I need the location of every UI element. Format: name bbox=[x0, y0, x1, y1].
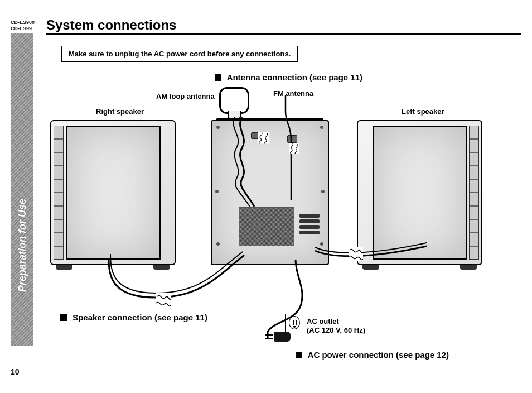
wire-break-icon bbox=[289, 143, 299, 154]
bullet-icon bbox=[296, 352, 302, 358]
main-unit-illustration bbox=[211, 120, 329, 265]
label-ac-line2: (AC 120 V, 60 Hz) bbox=[307, 326, 365, 334]
wire-break-icon bbox=[349, 247, 363, 261]
right-speaker-illustration bbox=[50, 120, 176, 265]
heading-ac: AC power connection (see page 12) bbox=[296, 350, 449, 360]
warning-text: Make sure to unplug the AC power cord be… bbox=[69, 50, 291, 58]
warning-box: Make sure to unplug the AC power cord be… bbox=[61, 46, 298, 62]
manual-page: { "models": { "line1": "CD-ES900", "line… bbox=[0, 0, 532, 393]
ac-outlet-icon bbox=[289, 316, 300, 329]
label-am-loop: AM loop antenna bbox=[156, 92, 215, 100]
label-ac-line1: AC outlet bbox=[307, 317, 339, 325]
page-title: System connections bbox=[46, 17, 176, 33]
sidebar-tab: Preparation for Use bbox=[11, 33, 33, 346]
heading-antenna: Antenna connection (see page 11) bbox=[215, 73, 362, 82]
left-speaker-cable bbox=[315, 243, 427, 262]
sidebar-text: Preparation for Use bbox=[17, 199, 28, 292]
wire-break-icon bbox=[258, 132, 270, 144]
bullet-icon bbox=[215, 74, 221, 81]
ac-indicator-line bbox=[285, 314, 286, 333]
title-underline bbox=[46, 33, 521, 35]
heading-ac-text: AC power connection (see page 12) bbox=[308, 350, 449, 360]
bullet-icon bbox=[60, 314, 67, 321]
heading-speaker-text: Speaker connection (see page 11) bbox=[72, 313, 207, 322]
label-right-speaker: Right speaker bbox=[96, 107, 144, 116]
model-line-2: CD-ES99 bbox=[11, 26, 35, 32]
model-line-1: CD-ES900 bbox=[11, 20, 35, 26]
am-cable bbox=[232, 117, 252, 207]
model-labels: CD-ES900 CD-ES99 bbox=[11, 20, 35, 32]
heading-antenna-text: Antenna connection (see page 11) bbox=[227, 73, 362, 82]
page-number: 10 bbox=[11, 367, 20, 376]
label-left-speaker: Left speaker bbox=[402, 107, 444, 116]
right-speaker-cable bbox=[106, 254, 245, 304]
label-ac-outlet: AC outlet (AC 120 V, 60 Hz) bbox=[307, 317, 365, 334]
wire-break-icon bbox=[156, 293, 171, 308]
am-loop-antenna-icon bbox=[219, 87, 249, 114]
heading-speaker: Speaker connection (see page 11) bbox=[60, 313, 207, 322]
ac-plug-icon bbox=[265, 332, 291, 342]
